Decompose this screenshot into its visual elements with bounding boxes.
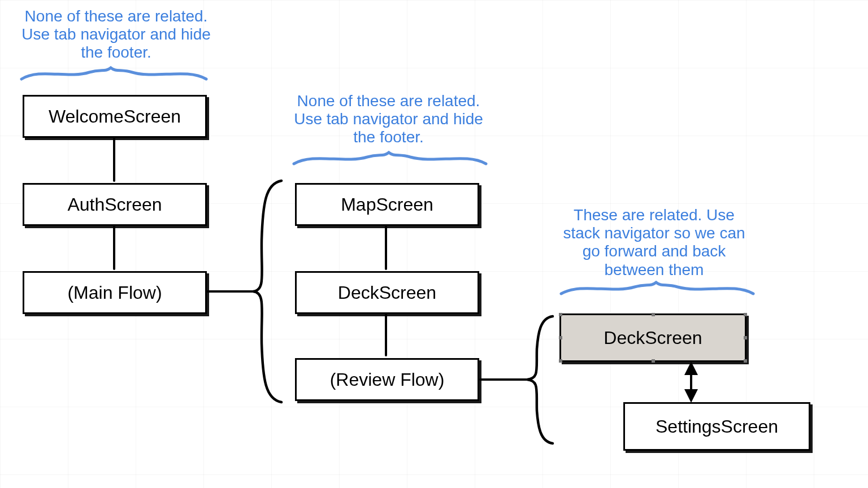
box-label: MapScreen [341,194,433,215]
curly-brace-2 [527,316,553,443]
box-auth-screen: AuthScreen [23,183,207,226]
box-map-screen: MapScreen [295,183,479,226]
box-label: WelcomeScreen [49,106,181,127]
annotation-tab-nav-left: None of these are related. Use tab navig… [16,7,216,62]
box-label: DeckScreen [338,282,436,303]
svg-marker-2 [684,389,698,403]
squiggle-brace-1 [21,68,206,79]
box-deck-screen-2[interactable]: DeckScreen [559,313,747,362]
annotation-tab-nav-middle: None of these are related. Use tab navig… [288,92,489,147]
box-settings-screen: SettingsScreen [623,402,810,451]
box-label: (Review Flow) [330,369,445,390]
curly-brace-1 [253,181,281,402]
box-deck-screen: DeckScreen [295,271,479,314]
box-main-flow: (Main Flow) [23,271,207,314]
box-welcome-screen: WelcomeScreen [23,95,207,138]
squiggle-brace-2 [294,152,486,164]
box-review-flow: (Review Flow) [295,358,479,401]
box-label: SettingsScreen [656,416,778,437]
box-label: (Main Flow) [67,282,162,303]
annotation-stack-nav-right: These are related. Use stack navigator s… [557,206,752,279]
svg-marker-1 [684,361,698,375]
box-label: AuthScreen [67,194,162,215]
squiggle-brace-3 [561,282,753,294]
double-arrow [684,361,698,403]
box-label: DeckScreen [604,328,702,348]
